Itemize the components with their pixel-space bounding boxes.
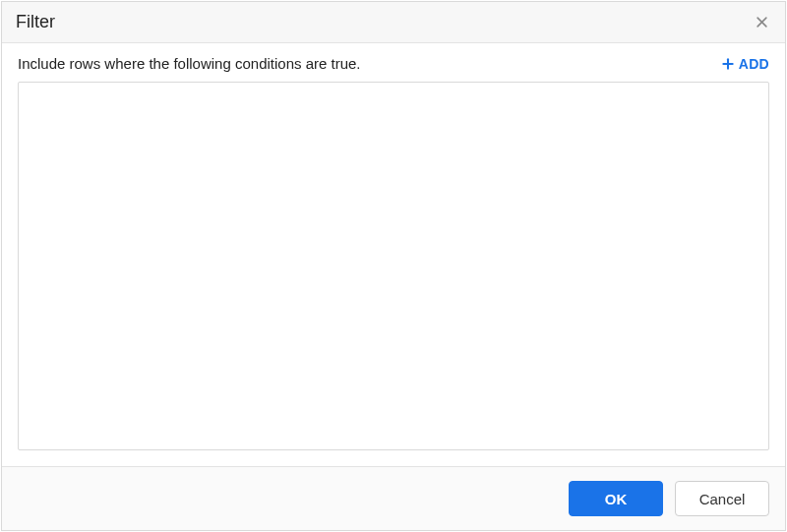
conditions-area[interactable] — [18, 82, 769, 450]
close-icon — [755, 15, 769, 30]
conditions-description: Include rows where the following conditi… — [18, 55, 361, 72]
add-button[interactable]: ADD — [721, 56, 769, 72]
dialog-body: Include rows where the following conditi… — [2, 43, 785, 466]
plus-icon — [721, 57, 735, 71]
dialog-footer: OK Cancel — [2, 466, 785, 530]
filter-dialog: Filter Include rows where the following … — [1, 1, 786, 531]
cancel-button[interactable]: Cancel — [675, 481, 769, 516]
close-button[interactable] — [753, 13, 771, 31]
body-top-row: Include rows where the following conditi… — [18, 55, 769, 72]
dialog-title: Filter — [16, 12, 55, 32]
ok-button[interactable]: OK — [569, 481, 663, 516]
dialog-header: Filter — [2, 2, 785, 43]
add-button-label: ADD — [739, 56, 769, 72]
